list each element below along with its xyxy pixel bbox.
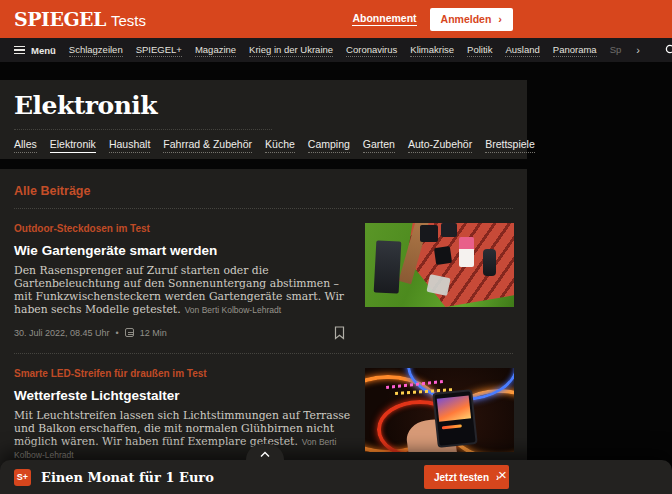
tab-brettspiele[interactable]: Brettspiele <box>485 138 535 153</box>
nav-item-politik[interactable]: Politik <box>467 44 492 57</box>
menu-button[interactable]: Menü <box>14 44 56 57</box>
device-graphic <box>426 274 450 296</box>
abonnement-link[interactable]: Abonnement <box>352 12 416 26</box>
search-button[interactable] <box>665 44 672 56</box>
nav-item-ausland[interactable]: Ausland <box>505 44 539 57</box>
tab-camping[interactable]: Camping <box>308 138 350 153</box>
device-graphic <box>483 249 496 276</box>
bookmark-icon[interactable] <box>334 326 345 340</box>
nav-more-chevron[interactable]: › <box>634 44 642 56</box>
chevron-up-icon <box>260 451 270 458</box>
jetzt-testen-button[interactable]: Jetzt testen › <box>424 465 509 489</box>
hamburger-icon <box>14 44 25 57</box>
article-teaser[interactable]: Den Rasensprenger auf Zuruf starten oder… <box>14 265 355 317</box>
article-image[interactable] <box>365 223 514 307</box>
article-title[interactable]: Wie Gartengeräte smart werden <box>14 243 217 258</box>
page-title: Elektronik <box>14 91 527 120</box>
read-time-icon <box>125 328 134 337</box>
spiegel-tests-page: SPIEGELTests Abonnement Anmelden › Menü … <box>0 0 672 494</box>
menu-label: Menü <box>31 45 56 56</box>
tab-garten[interactable]: Garten <box>363 138 395 153</box>
article-kicker[interactable]: Smarte LED-Streifen für draußen im Test <box>14 368 355 379</box>
close-banner-button[interactable]: × <box>498 467 507 482</box>
article-teaser[interactable]: Mit Leuchtstreifen lassen sich Lichtstim… <box>14 410 355 462</box>
device-graphic <box>374 241 402 294</box>
read-time: 12 Min <box>140 328 167 338</box>
header-actions: Abonnement Anmelden › <box>352 0 513 38</box>
teaser-text: Mit Leuchtstreifen lassen sich Lichtstim… <box>14 409 350 448</box>
main-nav: Menü Schlagzeilen SPIEGEL+ Magazine Krie… <box>0 38 672 62</box>
subscription-banner: S+ Einen Monat für 1 Euro Jetzt testen ›… <box>0 460 672 494</box>
cta-label: Jetzt testen <box>434 472 489 483</box>
category-header-panel: Elektronik Alles Elektronik Haushalt Fah… <box>0 80 527 159</box>
tab-elektronik[interactable]: Elektronik <box>50 138 96 153</box>
article-meta: 30. Juli 2022, 08.45 Uhr • 12 Min <box>14 326 355 340</box>
tab-haushalt[interactable]: Haushalt <box>109 138 150 153</box>
article-image[interactable] <box>365 368 514 452</box>
top-header: SPIEGELTests Abonnement Anmelden › <box>0 0 672 38</box>
phone-graphic <box>432 389 478 448</box>
nav-item-klimakrise[interactable]: Klimakrise <box>410 44 454 57</box>
device-graphic <box>420 225 438 243</box>
category-tabs: Alles Elektronik Haushalt Fahrrad & Zube… <box>14 138 527 153</box>
nav-item-spiegel-plus[interactable]: SPIEGEL+ <box>136 44 182 57</box>
search-icon <box>665 44 672 56</box>
article-date: 30. Juli 2022, 08.45 Uhr <box>14 328 110 338</box>
phone-screen-graphic <box>437 395 471 422</box>
article-kicker[interactable]: Outdoor-Steckdosen im Test <box>14 223 355 234</box>
nav-item-schlagzeilen[interactable]: Schlagzeilen <box>69 44 123 57</box>
nav-item-krieg-ukraine[interactable]: Krieg in der Ukraine <box>249 44 333 57</box>
banner-text: Einen Monat für 1 Euro <box>41 470 214 485</box>
device-graphic <box>459 237 474 266</box>
spiegel-plus-badge: S+ <box>14 469 31 486</box>
device-graphic <box>441 223 457 237</box>
article-title[interactable]: Wetterfeste Lichtgestalter <box>14 388 180 403</box>
nav-item-sport-truncated[interactable]: Sp <box>610 44 622 56</box>
logo-suffix-text: Tests <box>111 12 146 29</box>
article-author: Von Berti Kolbow-Lehradt <box>185 305 281 315</box>
spiegel-logo[interactable]: SPIEGELTests <box>14 8 146 30</box>
tab-alles[interactable]: Alles <box>14 138 37 153</box>
meta-separator: • <box>116 328 119 338</box>
device-graphic <box>434 246 453 265</box>
chevron-right-icon: › <box>498 13 502 25</box>
section-title: Alle Beiträge <box>14 184 527 198</box>
tab-auto-zubehoer[interactable]: Auto-Zubehör <box>408 138 472 153</box>
tab-kueche[interactable]: Küche <box>265 138 295 153</box>
teaser-text: Den Rasensprenger auf Zuruf starten oder… <box>14 264 344 316</box>
article-card: Outdoor-Steckdosen im Test Wie Gartenger… <box>0 209 527 340</box>
tab-fahrrad-zubehoer[interactable]: Fahrrad & Zubehör <box>163 138 252 153</box>
anmelden-label: Anmelden <box>441 13 492 25</box>
nav-item-panorama[interactable]: Panorama <box>553 44 597 57</box>
nav-item-magazine[interactable]: Magazine <box>195 44 236 57</box>
article-text-column: Outdoor-Steckdosen im Test Wie Gartenger… <box>14 223 355 340</box>
phone-bar-graphic <box>441 425 461 431</box>
logo-spiegel-text: SPIEGEL <box>14 8 106 30</box>
nav-item-coronavirus[interactable]: Coronavirus <box>346 44 397 57</box>
divider <box>14 129 272 130</box>
anmelden-button[interactable]: Anmelden › <box>430 8 513 31</box>
